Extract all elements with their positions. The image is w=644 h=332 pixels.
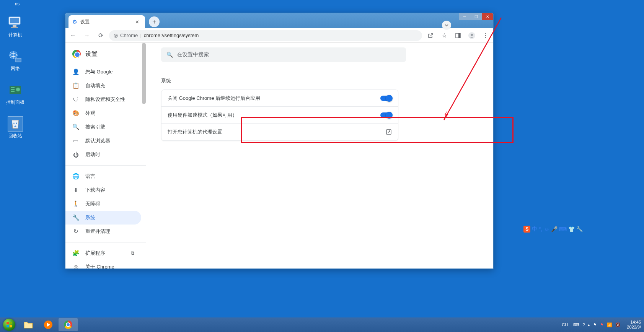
nav-label: 扩展程序 <box>85 250 105 257</box>
svg-rect-8 <box>11 89 15 90</box>
row-proxy-settings[interactable]: 打开您计算机的代理设置 <box>161 124 398 140</box>
person-icon: 👤 <box>72 68 79 75</box>
nav-divider <box>65 242 146 242</box>
row-background-apps[interactable]: 关闭 Google Chrome 后继续运行后台应用 <box>161 90 398 107</box>
nav-autofill[interactable]: 📋自动填充 <box>65 79 141 93</box>
tray-help-icon[interactable]: ? <box>582 322 585 327</box>
titlebar: ⚙ 设置 ✕ ＋ ─ ☐ ✕ <box>65 13 493 28</box>
reload-button[interactable]: ⟳ <box>95 30 106 41</box>
accessibility-icon: 🚶 <box>72 200 79 207</box>
nav-extensions[interactable]: 🧩扩展程序⧉ <box>65 246 141 260</box>
nav-privacy[interactable]: 🛡隐私设置和安全性 <box>65 93 141 106</box>
nav-system[interactable]: 🔧系统 <box>65 211 141 225</box>
taskbar-explorer[interactable] <box>19 318 38 331</box>
recycle-bin-icon <box>8 116 23 132</box>
side-panel-icon <box>455 33 461 39</box>
external-link-icon <box>386 129 392 135</box>
ime-tool-icon[interactable]: 🔧 <box>576 226 583 232</box>
chevron-down-icon <box>445 24 448 26</box>
address-bar[interactable]: ◎ Chrome | chrome://settings/system <box>109 30 422 41</box>
desktop-icon-network[interactable]: 网络 <box>4 49 27 72</box>
back-button[interactable]: ← <box>68 30 78 41</box>
nav-downloads[interactable]: ⬇下载内容 <box>65 183 141 197</box>
tray-flag-icon[interactable]: ⚑ <box>593 322 597 327</box>
tray-network-icon[interactable]: 📶 <box>607 322 612 327</box>
gear-icon: ⚙ <box>72 19 77 25</box>
ime-toolbar[interactable]: S 中 °, ☺ 🎤 ⌨ 👕 🔧 <box>523 226 583 233</box>
tab-search-button[interactable] <box>442 21 451 30</box>
nav-reset[interactable]: ↻重置并清理 <box>65 225 141 238</box>
nav-default-browser[interactable]: ▭默认浏览器 <box>65 134 141 148</box>
forward-button[interactable]: → <box>82 30 92 41</box>
taskbar-media-player[interactable] <box>39 318 58 331</box>
toggle-background-apps[interactable] <box>380 96 392 101</box>
tray-lang[interactable]: CH <box>559 322 570 327</box>
nav-languages[interactable]: 🌐语言 <box>65 169 141 183</box>
browser-icon: ▭ <box>72 137 79 144</box>
share-button[interactable] <box>425 30 436 41</box>
minimize-button[interactable]: ─ <box>459 13 470 20</box>
restore-icon: ↻ <box>72 228 79 235</box>
section-title: 系统 <box>161 77 478 84</box>
ime-skin-icon[interactable]: 👕 <box>568 226 575 232</box>
search-icon: 🔍 <box>166 52 173 58</box>
taskbar-chrome[interactable] <box>59 318 78 331</box>
new-tab-button[interactable]: ＋ <box>149 16 160 27</box>
tray-clock[interactable]: 14:45 2022/9/ <box>624 320 644 330</box>
svg-rect-2 <box>13 25 16 27</box>
nav-label: 启动时 <box>85 151 100 158</box>
search-placeholder: 在设置中搜索 <box>177 51 209 58</box>
nav-label: 您与 Google <box>85 68 113 75</box>
bookmark-button[interactable]: ☆ <box>439 30 450 41</box>
nav-label: 默认浏览器 <box>85 137 110 144</box>
desktop-icon-recycle-bin[interactable]: 回收站 <box>4 116 27 139</box>
chrome-icon: ◎ <box>72 264 79 269</box>
external-link-icon: ⧉ <box>131 250 134 256</box>
nav-search-engine[interactable]: 🔍搜索引擎 <box>65 120 141 134</box>
tray-volume-icon[interactable]: 🔇 <box>615 322 621 327</box>
play-icon <box>44 320 53 329</box>
tray-keyboard-icon[interactable]: ⌨ <box>573 322 579 327</box>
tab-close-icon[interactable]: ✕ <box>133 18 141 26</box>
scrollbar[interactable] <box>142 43 146 104</box>
maximize-button[interactable]: ☐ <box>470 13 482 20</box>
browser-toolbar: ← → ⟳ ◎ Chrome | chrome://settings/syste… <box>65 28 493 43</box>
ime-badge[interactable]: S <box>523 226 530 233</box>
menu-button[interactable]: ⋮ <box>480 30 491 41</box>
nav-you-and-google[interactable]: 👤您与 Google <box>65 65 141 79</box>
svg-rect-3 <box>11 27 18 28</box>
ime-punct-icon[interactable]: °, <box>539 226 543 232</box>
profile-button[interactable] <box>466 30 477 41</box>
nav-accessibility[interactable]: 🚶无障碍 <box>65 197 141 211</box>
start-button[interactable] <box>0 317 18 332</box>
ime-mode[interactable]: 中 <box>532 226 537 233</box>
ime-emoji-icon[interactable]: ☺ <box>544 226 549 232</box>
row-label: 使用硬件加速模式（如果可用） <box>168 112 380 119</box>
toggle-hardware-accel[interactable] <box>380 112 392 118</box>
close-button[interactable]: ✕ <box>482 13 493 20</box>
nav-appearance[interactable]: 🎨外观 <box>65 106 141 120</box>
svg-rect-1 <box>10 18 19 23</box>
desktop-icon-label: 计算机 <box>8 32 22 37</box>
ime-keyboard-icon[interactable]: ⌨ <box>559 226 567 232</box>
nav-on-startup[interactable]: ⏻启动时 <box>65 148 141 161</box>
settings-search-input[interactable]: 🔍 在设置中搜索 <box>161 47 406 62</box>
taskbar: CH ⌨ ? ▴ ⚑ ⚑ 📶 🔇 14:45 2022/9/ <box>0 317 644 332</box>
side-panel-button[interactable] <box>453 30 463 41</box>
settings-sidebar: 设置 👤您与 Google 📋自动填充 🛡隐私设置和安全性 🎨外观 🔍搜索引擎 … <box>65 43 146 269</box>
browser-tab[interactable]: ⚙ 设置 ✕ <box>68 15 145 28</box>
svg-rect-18 <box>7 322 9 324</box>
ime-mic-icon[interactable]: 🎤 <box>551 226 558 232</box>
settings-title: 设置 <box>85 50 98 58</box>
nav-about[interactable]: ◎关于 Chrome <box>65 260 141 269</box>
row-hardware-accel[interactable]: 使用硬件加速模式（如果可用） <box>161 107 398 124</box>
desktop-icon-control-panel[interactable]: 控制面板 <box>4 83 27 106</box>
search-icon: 🔍 <box>72 124 79 130</box>
settings-main: 🔍 在设置中搜索 系统 关闭 Google Chrome 后继续运行后台应用 使… <box>146 43 493 269</box>
desktop-icon-computer[interactable]: 计算机 <box>4 15 27 38</box>
network-icon <box>8 49 23 64</box>
chrome-logo-icon <box>72 50 81 58</box>
tray-chevron-up-icon[interactable]: ▴ <box>588 322 590 327</box>
tray-alert-icon[interactable]: ⚑ <box>600 322 604 327</box>
share-icon <box>427 33 434 39</box>
